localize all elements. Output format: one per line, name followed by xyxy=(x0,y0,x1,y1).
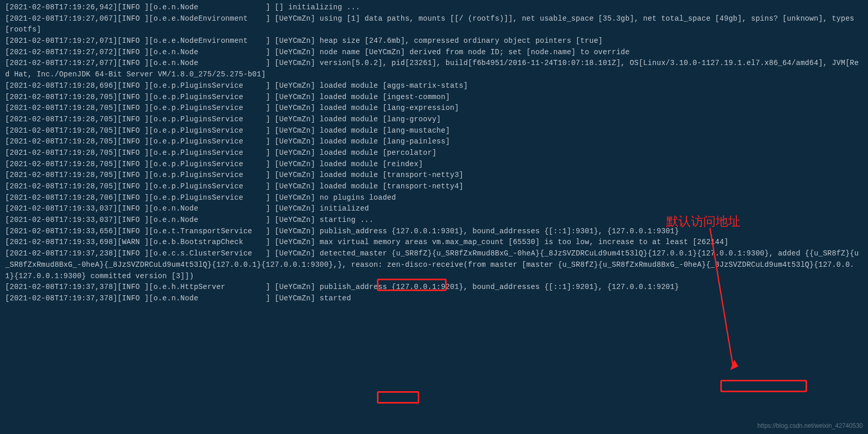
svg-marker-1 xyxy=(730,360,738,370)
log-line: [2021-02-08T17:19:28,705][INFO ][o.e.p.P… xyxy=(5,148,863,159)
highlight-started xyxy=(377,391,419,404)
log-line: [2021-02-08T17:19:27,077][INFO ][o.e.n.N… xyxy=(5,58,863,80)
log-line: [2021-02-08T17:19:28,705][INFO ][o.e.p.P… xyxy=(5,170,863,181)
log-line: [2021-02-08T17:19:28,696][INFO ][o.e.p.P… xyxy=(5,81,863,92)
log-line: [2021-02-08T17:19:28,706][INFO ][o.e.p.P… xyxy=(5,192,863,204)
log-line: [2021-02-08T17:19:27,071][INFO ][o.e.e.N… xyxy=(5,36,863,47)
log-line: [2021-02-08T17:19:27,067][INFO ][o.e.e.N… xyxy=(5,13,863,36)
log-line: [2021-02-08T17:19:33,698][WARN ][o.e.b.B… xyxy=(5,237,863,248)
highlight-address-box xyxy=(720,380,807,392)
log-line: [2021-02-08T17:19:28,705][INFO ][o.e.p.P… xyxy=(5,114,863,125)
log-line: [2021-02-08T17:19:26,942][INFO ][o.e.n.N… xyxy=(5,2,863,13)
log-line: [2021-02-08T17:19:28,705][INFO ][o.e.p.P… xyxy=(5,181,863,192)
log-line: [2021-02-08T17:19:27,072][INFO ][o.e.n.N… xyxy=(5,47,863,58)
log-line: [2021-02-08T17:19:37,378][INFO ][o.e.n.N… xyxy=(5,293,863,304)
log-line: [2021-02-08T17:19:37,238][INFO ][o.e.c.s… xyxy=(5,248,863,282)
log-line: [2021-02-08T17:19:28,705][INFO ][o.e.p.P… xyxy=(5,103,863,114)
terminal-output[interactable]: [2021-02-08T17:19:26,942][INFO ][o.e.n.N… xyxy=(0,0,868,307)
log-line: [2021-02-08T17:19:28,705][INFO ][o.e.p.P… xyxy=(5,92,863,103)
log-line: [2021-02-08T17:19:28,705][INFO ][o.e.p.P… xyxy=(5,136,863,148)
log-line: [2021-02-08T17:19:28,705][INFO ][o.e.p.P… xyxy=(5,159,863,170)
log-line: [2021-02-08T17:19:37,378][INFO ][o.e.h.H… xyxy=(5,282,863,293)
annotation-default-address-label: 默认访问地址 xyxy=(666,212,740,231)
watermark-text: https://blog.csdn.net/weixin_42740530 xyxy=(757,421,863,431)
log-line: [2021-02-08T17:19:28,705][INFO ][o.e.p.P… xyxy=(5,125,863,137)
